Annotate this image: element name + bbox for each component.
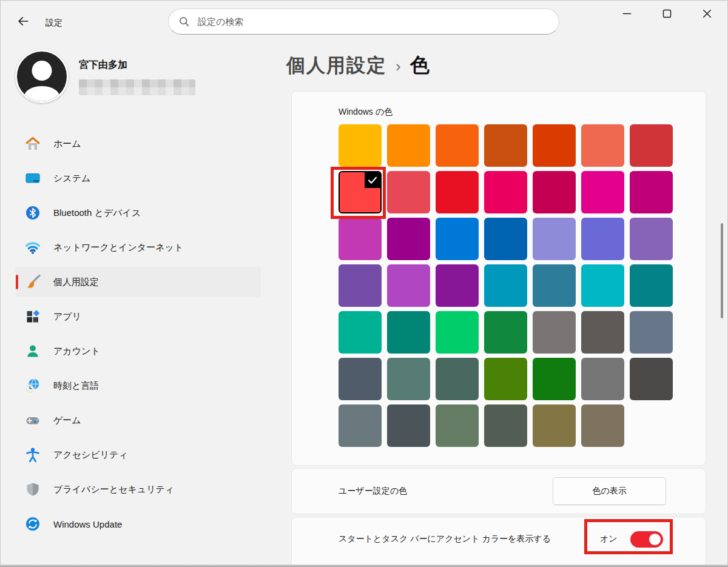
maximize-button[interactable] <box>647 0 687 29</box>
close-button[interactable] <box>687 0 727 29</box>
color-swatch[interactable] <box>436 218 479 260</box>
color-swatch[interactable] <box>436 404 479 447</box>
color-swatch[interactable] <box>484 124 527 167</box>
color-swatch[interactable] <box>339 311 382 354</box>
color-swatch[interactable] <box>339 218 382 260</box>
color-swatch[interactable] <box>630 218 673 260</box>
personalization-icon <box>24 273 41 290</box>
sidebar-item-network[interactable]: ネットワークとインターネット <box>15 232 261 263</box>
color-swatch[interactable] <box>581 218 624 260</box>
settings-window: 設定 宮下由多加 ホームシステムBluetooth とデバイスネットワークとイン… <box>0 0 728 567</box>
color-swatch[interactable] <box>581 171 624 213</box>
toggle-knob <box>649 534 661 545</box>
search-icon <box>178 16 190 27</box>
sidebar-item-label: アクセシビリティ <box>53 449 128 461</box>
color-swatch[interactable] <box>581 311 624 354</box>
accent-toggle-card: スタートとタスク バーにアクセント カラーを表示する オン <box>291 517 706 567</box>
color-swatch[interactable] <box>630 311 673 354</box>
sidebar-item-personalization[interactable]: 個人用設定 <box>15 267 261 297</box>
color-swatch[interactable] <box>339 404 382 447</box>
gaming-icon <box>24 412 41 429</box>
color-swatch[interactable] <box>581 264 624 307</box>
sidebar-item-apps[interactable]: アプリ <box>15 301 261 332</box>
sidebar-item-system[interactable]: システム <box>15 163 261 193</box>
color-swatch[interactable] <box>339 264 382 307</box>
color-swatch[interactable] <box>533 171 576 213</box>
color-swatch[interactable] <box>436 358 479 400</box>
color-swatch[interactable] <box>630 358 673 400</box>
window-bottom-edge <box>0 565 728 567</box>
custom-color-card: ユーザー設定の色 色の表示 <box>291 468 706 514</box>
color-swatch[interactable] <box>630 264 673 307</box>
user-email-redacted <box>79 79 195 95</box>
color-swatch[interactable] <box>533 264 576 307</box>
color-swatch[interactable] <box>484 171 527 213</box>
sidebar-nav: ホームシステムBluetooth とデバイスネットワークとインターネット個人用設… <box>15 129 261 539</box>
scrollbar-thumb[interactable] <box>721 223 723 318</box>
color-swatch[interactable] <box>533 404 576 447</box>
avatar <box>15 50 69 103</box>
color-swatch[interactable] <box>533 218 576 260</box>
page-title: 色 <box>410 52 430 79</box>
color-palette-grid <box>339 124 673 447</box>
color-swatch[interactable] <box>630 124 673 167</box>
sidebar-item-home[interactable]: ホーム <box>15 129 261 159</box>
color-swatch[interactable] <box>387 311 430 354</box>
color-swatch[interactable] <box>484 311 527 354</box>
search-box[interactable] <box>168 8 559 35</box>
breadcrumb-parent[interactable]: 個人用設定 <box>286 53 386 78</box>
sidebar-item-gaming[interactable]: ゲーム <box>15 405 261 435</box>
color-swatch[interactable] <box>484 404 527 447</box>
color-swatch[interactable] <box>387 218 430 260</box>
sidebar-item-label: 時刻と言語 <box>53 380 99 392</box>
color-swatch[interactable] <box>436 124 479 167</box>
view-colors-button[interactable]: 色の表示 <box>553 477 666 505</box>
color-swatch[interactable] <box>533 358 576 400</box>
sidebar-item-windows-update[interactable]: Windows Update <box>15 509 261 539</box>
color-swatch[interactable] <box>581 404 624 447</box>
system-icon <box>24 170 41 187</box>
color-swatch[interactable] <box>387 264 430 307</box>
sidebar-item-bluetooth[interactable]: Bluetooth とデバイス <box>15 198 261 228</box>
color-swatch[interactable] <box>387 124 430 167</box>
color-swatch[interactable] <box>436 311 479 354</box>
color-swatch-selected[interactable] <box>339 171 382 213</box>
sidebar-item-label: ネットワークとインターネット <box>53 242 183 253</box>
color-swatch[interactable] <box>436 264 479 307</box>
apps-icon <box>24 308 41 325</box>
color-swatch[interactable] <box>484 218 527 260</box>
minimize-button[interactable] <box>607 0 647 29</box>
sidebar-item-accounts[interactable]: アカウント <box>15 336 261 366</box>
sidebar-item-privacy[interactable]: プライバシーとセキュリティ <box>15 474 261 505</box>
minimize-icon <box>620 7 634 23</box>
windows-color-card: Windows の色 <box>291 91 706 466</box>
color-swatch[interactable] <box>581 358 624 400</box>
search-input[interactable] <box>198 16 549 27</box>
sidebar-item-label: Windows Update <box>53 519 122 529</box>
window-controls <box>607 0 727 30</box>
back-button[interactable] <box>13 13 33 32</box>
privacy-icon <box>24 481 41 498</box>
color-swatch[interactable] <box>484 358 527 400</box>
accent-toggle-label: スタートとタスク バーにアクセント カラーを表示する <box>339 517 551 561</box>
network-icon <box>24 239 41 256</box>
maximize-icon <box>660 7 674 23</box>
color-swatch[interactable] <box>533 124 576 167</box>
color-swatch[interactable] <box>581 124 624 167</box>
breadcrumb-chevron-icon: › <box>396 57 401 76</box>
user-name: 宮下由多加 <box>79 59 127 72</box>
back-arrow-icon <box>16 15 30 30</box>
sidebar-item-accessibility[interactable]: アクセシビリティ <box>15 440 261 470</box>
color-swatch[interactable] <box>387 404 430 447</box>
sidebar-item-time-language[interactable]: 時刻と言語 <box>15 371 261 401</box>
color-swatch[interactable] <box>339 124 382 167</box>
accent-toggle-switch[interactable] <box>630 531 663 548</box>
color-swatch[interactable] <box>484 264 527 307</box>
color-swatch[interactable] <box>339 358 382 400</box>
color-swatch[interactable] <box>436 171 479 213</box>
sidebar-item-label: ホーム <box>53 138 81 150</box>
color-swatch[interactable] <box>630 171 673 213</box>
color-swatch[interactable] <box>387 358 430 400</box>
color-swatch[interactable] <box>387 171 430 213</box>
color-swatch[interactable] <box>533 311 576 354</box>
